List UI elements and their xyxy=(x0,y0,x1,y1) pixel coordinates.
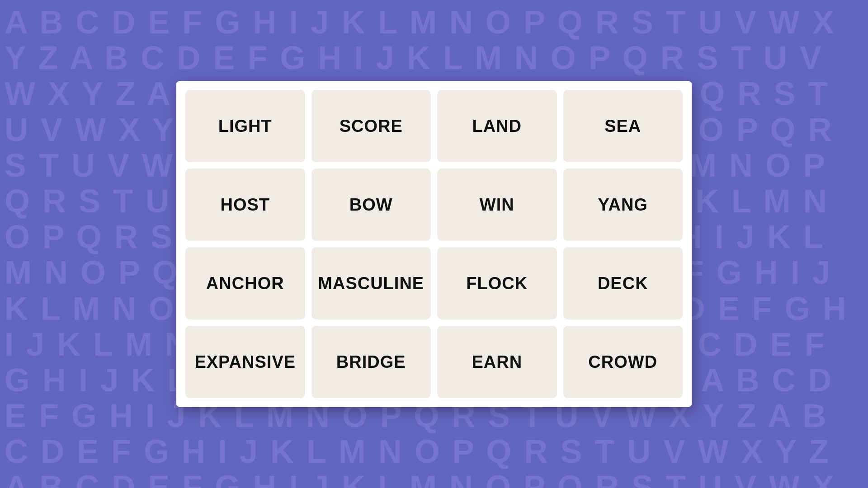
word-cell-score[interactable]: SCORE xyxy=(311,90,431,162)
word-cell-masculine[interactable]: MASCULINE xyxy=(311,247,431,319)
word-label-land: LAND xyxy=(472,117,522,136)
word-label-yang: YANG xyxy=(598,195,648,215)
word-label-anchor: ANCHOR xyxy=(206,274,284,293)
word-label-bow: BOW xyxy=(349,195,393,215)
word-cell-host[interactable]: HOST xyxy=(185,169,305,241)
word-cell-flock[interactable]: FLOCK xyxy=(437,247,557,319)
word-cell-expansive[interactable]: EXPANSIVE xyxy=(185,326,305,398)
word-cell-land[interactable]: LAND xyxy=(437,90,557,162)
word-cell-win[interactable]: WIN xyxy=(437,169,557,241)
word-label-expansive: EXPANSIVE xyxy=(194,352,296,372)
word-cell-earn[interactable]: EARN xyxy=(437,326,557,398)
word-cell-bridge[interactable]: BRIDGE xyxy=(311,326,431,398)
word-label-light: LIGHT xyxy=(218,117,272,136)
word-label-host: HOST xyxy=(220,195,270,215)
word-grid-card: LIGHTSCORELANDSEAHOSTBOWWINYANGANCHORMAS… xyxy=(176,81,692,407)
word-cell-crowd[interactable]: CROWD xyxy=(563,326,683,398)
word-label-earn: EARN xyxy=(472,352,522,372)
word-label-score: SCORE xyxy=(340,117,403,136)
word-grid: LIGHTSCORELANDSEAHOSTBOWWINYANGANCHORMAS… xyxy=(185,90,683,398)
word-label-sea: SEA xyxy=(604,117,641,136)
word-label-masculine: MASCULINE xyxy=(318,274,424,293)
word-cell-light[interactable]: LIGHT xyxy=(185,90,305,162)
word-cell-deck[interactable]: DECK xyxy=(563,247,683,319)
word-label-flock: FLOCK xyxy=(466,274,528,293)
word-label-bridge: BRIDGE xyxy=(336,352,406,372)
word-cell-sea[interactable]: SEA xyxy=(563,90,683,162)
word-label-deck: DECK xyxy=(598,274,648,293)
word-cell-bow[interactable]: BOW xyxy=(311,169,431,241)
word-label-win: WIN xyxy=(480,195,514,215)
word-cell-yang[interactable]: YANG xyxy=(563,169,683,241)
word-cell-anchor[interactable]: ANCHOR xyxy=(185,247,305,319)
word-label-crowd: CROWD xyxy=(588,352,657,372)
